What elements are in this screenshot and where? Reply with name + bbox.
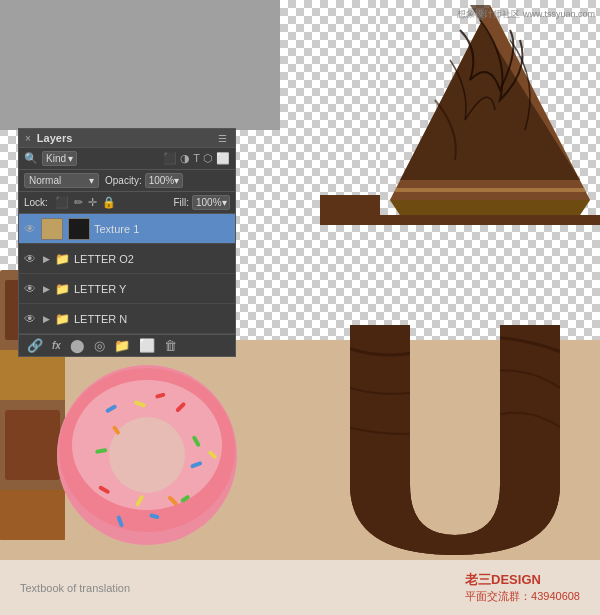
layer-row-lettero2[interactable]: 👁 ▶ 📁 LETTER O2 [19,244,235,274]
kind-filter-dropdown[interactable]: Kind ▾ [42,151,77,166]
link-button[interactable]: 🔗 [25,338,45,353]
layer-name-lettern: LETTER N [74,313,231,325]
lock-pixel-icon[interactable]: ⬛ [54,196,70,209]
folder-icon-lettern: 📁 [55,312,70,326]
visibility-icon-lettern[interactable]: 👁 [23,312,37,326]
blend-opacity-row: Normal ▾ Opacity: 100% ▾ [19,170,235,192]
opacity-value[interactable]: 100% ▾ [145,173,183,188]
layer-row-lettery[interactable]: 👁 ▶ 📁 LETTER Y [19,274,235,304]
bottom-brand-text: 老三DESIGN [465,571,580,589]
circle-button[interactable]: ◎ [92,338,107,353]
donut-image [55,355,240,555]
move-button[interactable]: ⬜ [137,338,157,353]
fill-control: Fill: 100% ▾ [173,195,230,210]
folder-button[interactable]: 📁 [112,338,132,353]
layer-name-lettery: LETTER Y [74,283,231,295]
layer-mask-texture1 [68,218,90,240]
visibility-icon-texture1[interactable]: 👁 [23,222,37,236]
fill-value[interactable]: 100% ▾ [192,195,230,210]
watermark: 想象设计师社区 www.tssyuan.com [457,8,595,21]
visibility-icon-lettery[interactable]: 👁 [23,282,37,296]
lock-paint-icon[interactable]: ✏ [73,196,84,209]
svg-rect-36 [340,325,570,555]
lock-move-icon[interactable]: ✛ [87,196,98,209]
cake-slice-image [380,0,600,215]
layer-thumb-texture1 [41,218,63,240]
thumb-image [42,219,62,239]
trash-button[interactable]: 🗑 [162,338,179,353]
fx-button[interactable]: fx [50,340,63,351]
filter-icons-group: ⬛ ◑ T ⬡ ⬜ [163,152,230,165]
visibility-icon-lettero2[interactable]: 👁 [23,252,37,266]
watermark-text: 想象设计师社区 www.tssyuan.com [457,8,595,21]
opacity-control: Opacity: 100% ▾ [105,173,183,188]
folder-icon-lettero2: 📁 [55,252,70,266]
letter-u-image [340,325,570,555]
shape-filter-icon[interactable]: ⬡ [203,152,213,165]
lock-icons-group: ⬛ ✏ ✛ 🔒 [54,196,117,209]
svg-rect-14 [5,410,60,480]
lock-all-icon[interactable]: 🔒 [101,196,117,209]
bottom-bar: Textbook of translation 老三DESIGN 平面交流群：4… [0,560,600,615]
panel-toolbar: 🔗 fx ⬤ ◎ 📁 ⬜ 🗑 [19,334,235,356]
bottom-group-text: 平面交流群：43940608 [465,589,580,604]
expand-icon-lettern[interactable]: ▶ [41,314,51,324]
expand-icon-lettery[interactable]: ▶ [41,284,51,294]
type-filter-icon[interactable]: T [193,152,200,165]
layers-panel: × Layers ☰ 🔍 Kind ▾ ⬛ ◑ T ⬡ ⬜ Normal ▾ O… [18,128,236,357]
search-icon: 🔍 [24,152,38,165]
mask-button[interactable]: ⬤ [68,338,87,353]
layer-row-lettern[interactable]: 👁 ▶ 📁 LETTER N [19,304,235,334]
titlebar-left: × Layers [25,132,72,144]
blend-mode-dropdown[interactable]: Normal ▾ [24,173,99,188]
panel-title: Layers [37,132,72,144]
panel-titlebar: × Layers ☰ [19,129,235,148]
expand-icon-lettero2[interactable]: ▶ [41,254,51,264]
bottom-left-text: Textbook of translation [20,582,130,594]
svg-marker-9 [390,200,590,215]
adjustment-filter-icon[interactable]: ◑ [180,152,190,165]
folder-icon-lettery: 📁 [55,282,70,296]
active-indicator [227,216,231,241]
filter-row: 🔍 Kind ▾ ⬛ ◑ T ⬡ ⬜ [19,148,235,170]
lock-fill-row: Lock: ⬛ ✏ ✛ 🔒 Fill: 100% ▾ [19,192,235,214]
smartobj-filter-icon[interactable]: ⬜ [216,152,230,165]
layer-name-lettero2: LETTER O2 [74,253,231,265]
layer-row-texture1[interactable]: 👁 Texture 1 [19,214,235,244]
gray-canvas [0,0,280,130]
layer-name-texture1: Texture 1 [94,223,223,235]
close-button[interactable]: × [25,133,31,144]
bottom-right-group: 老三DESIGN 平面交流群：43940608 [465,571,580,604]
panel-menu-button[interactable]: ☰ [216,133,229,144]
titlebar-right: ☰ [216,133,229,144]
pixel-filter-icon[interactable]: ⬛ [163,152,177,165]
